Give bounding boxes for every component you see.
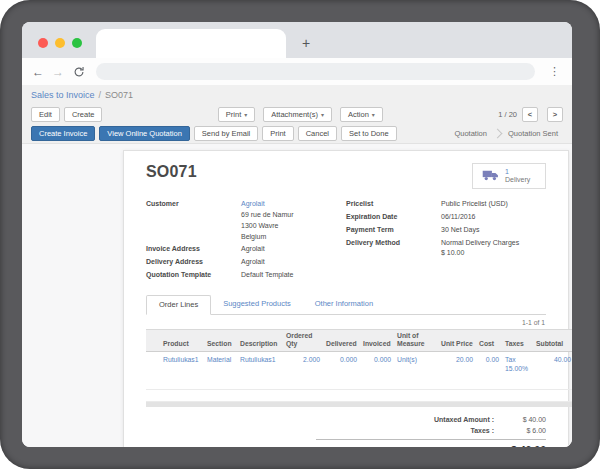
cell-product[interactable]: Rutuliukas1 [160,351,204,377]
cell-section[interactable]: Material [204,351,237,377]
url-bar[interactable] [96,63,535,80]
reload-icon[interactable] [68,66,90,78]
column-header-section: Section [204,329,237,351]
close-window-icon[interactable] [38,38,48,48]
maximize-window-icon[interactable] [72,38,82,48]
delivery-method-label: Delivery Method [346,238,441,260]
customer-link[interactable]: Agrolait [241,199,294,210]
create-button[interactable]: Create [64,107,103,122]
total-value: $ 46.00 [494,444,546,447]
delivery-method-value: Normal Delivery Charges [441,238,519,249]
send-by-email-button[interactable]: Send by Email [194,126,258,141]
edit-button[interactable]: Edit [31,107,60,122]
breadcrumb-separator: / [99,90,102,100]
untaxed-amount-label: Untaxed Amount : [434,416,494,423]
quotation-template-label: Quotation Template [146,270,241,281]
column-header-taxes: Taxes [502,329,533,351]
stage-pipeline: Quotation Quotation Sent [449,129,563,138]
column-header-product: Product [160,329,204,351]
cell-invoiced[interactable]: 0.000 [360,351,394,377]
delivery-count: 1 [505,168,530,176]
pricelist-label: Pricelist [346,199,441,210]
pager-counter: 1 / 20 [498,110,517,119]
column-header-delivered: Delivered [323,329,360,351]
print-dropdown[interactable]: Print▾ [218,107,255,122]
column-header-invoiced: Invoiced [360,329,394,351]
tab-other-information[interactable]: Other Information [303,295,385,314]
minimize-window-icon[interactable] [55,38,65,48]
quotation-template-link[interactable]: Default Template [241,270,293,281]
view-online-quotation-button[interactable]: View Online Quotation [99,126,190,141]
customer-label: Customer [146,199,241,242]
expiration-date-value: 06/11/2016 [441,212,476,223]
pager-previous-button[interactable]: < [522,107,538,122]
delivery-method-price: $ 10.00 [441,248,519,259]
control-panel: Edit Create Print▾ Attachment(s)▾ Action… [22,104,572,124]
device-frame: + ← → ⋮ Sales to Invoice / SO071 Edit Cr… [0,0,600,469]
cell-delivered[interactable]: 0.000 [323,351,360,377]
table-header-row: Product Section Description Ordered Qty … [146,329,572,351]
chevron-down-icon: ▾ [244,111,247,118]
invoice-address-label: Invoice Address [146,244,241,255]
control-panel-dropdowns: Print▾ Attachment(s)▾ Action▾ [102,107,498,122]
row-handle [146,351,160,377]
payment-term-link[interactable]: 30 Net Days [441,225,480,236]
print-button[interactable]: Print [262,126,293,141]
column-header-unit-of-measure: Unit of Measure [394,329,438,351]
expiration-date-label: Expiration Date [346,212,441,223]
browser-toolbar: ← → ⋮ [22,58,572,85]
cell-cost[interactable]: 0.00 [476,351,502,377]
invoice-address-link[interactable]: Agrolait [241,244,265,255]
stage-quotation-sent[interactable]: Quotation Sent [503,129,563,138]
breadcrumb-parent-link[interactable]: Sales to Invoice [31,90,95,100]
browser-tab[interactable] [96,29,286,58]
pricelist-link[interactable]: Public Pricelist (USD) [441,199,508,210]
tab-suggested-products[interactable]: Suggested Products [211,295,303,314]
cell-description[interactable]: Rutuliukas1 [237,351,283,377]
column-header-subtotal: Subtotal [533,329,572,351]
empty-row [146,390,572,402]
action-dropdown[interactable]: Action▾ [340,107,383,122]
column-header-cost: Cost [476,329,502,351]
tab-order-lines[interactable]: Order Lines [146,295,211,315]
delivery-stat-button[interactable]: 1 Delivery [472,163,546,189]
delivery-label: Delivery [505,176,530,184]
stage-quotation[interactable]: Quotation [449,129,492,138]
fields-left-column: Customer Agrolait 69 rue de Namur 1300 W… [146,199,346,283]
handle-column-header [146,329,160,351]
table-footer-bar [146,402,572,407]
cell-ordered-qty[interactable]: 2.000 [283,351,323,377]
table-row[interactable]: Rutuliukas1 Material Rutuliukas1 2.000 0… [146,351,572,377]
truck-icon [482,167,499,185]
attachments-dropdown[interactable]: Attachment(s)▾ [263,107,332,122]
customer-street: 69 rue de Namur [241,210,294,221]
cell-taxes[interactable]: Tax 15.00% [502,351,533,377]
stage-arrow-icon [493,129,503,139]
breadcrumb-current: SO071 [105,90,133,100]
back-icon[interactable]: ← [28,65,48,79]
column-header-ordered-qty: Ordered Qty [283,329,323,351]
browser-tab-strip: + [22,22,572,58]
delivery-address-label: Delivery Address [146,257,241,268]
new-tab-icon[interactable]: + [302,36,310,50]
page-title: SO071 [146,163,197,181]
cell-subtotal[interactable]: 40.00 [533,351,572,377]
form-view-background: SO071 1 Delivery [22,144,572,447]
create-invoice-button[interactable]: Create Invoice [31,126,95,141]
forward-icon[interactable]: → [48,65,68,79]
cell-unit-price[interactable]: 20.00 [438,351,476,377]
breadcrumb: Sales to Invoice / SO071 [22,85,572,104]
delivery-address-link[interactable]: Agrolait [241,257,265,268]
set-to-done-button[interactable]: Set to Done [341,126,397,141]
cancel-button[interactable]: Cancel [298,126,337,141]
totals-block: Untaxed Amount : $ 40.00 Taxes : $ 6.00 … [316,414,546,447]
sale-order-sheet: SO071 1 Delivery [123,150,569,447]
cell-unit-of-measure[interactable]: Unit(s) [394,351,438,377]
column-header-description: Description [237,329,283,351]
list-pager: 1-1 of 1 [146,315,546,329]
payment-term-label: Payment Term [346,225,441,236]
browser-menu-icon[interactable]: ⋮ [547,65,562,78]
pager-next-button[interactable]: > [547,107,563,122]
column-header-unit-price: Unit Price [438,329,476,351]
taxes-value: $ 6.00 [494,427,546,434]
